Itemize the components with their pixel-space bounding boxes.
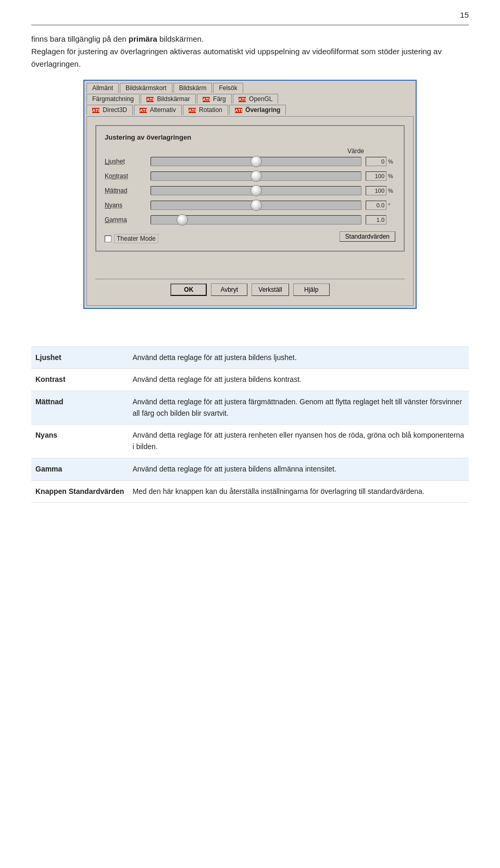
slider-track-nyans[interactable] — [151, 201, 361, 210]
info-table: Fliken ATI Överlagring Ljushet Använd de… — [31, 325, 469, 503]
ati-icon: ATI — [146, 97, 154, 102]
tab-row-2: Färgmatchning ATI Bildskärmar ATI Färg A… — [86, 94, 414, 104]
slider-label-gamma: Gamma — [105, 216, 146, 224]
slider-value-kontrast: 100 — [366, 171, 386, 181]
intro-line1-start: finns bara tillgänglig på den — [31, 34, 129, 43]
slider-label-ljushet: Ljushet — [105, 158, 146, 165]
tab-row-3: ATI Direct3D ATI Alternativ ATI Rotation… — [86, 105, 414, 115]
value-header: Värde — [105, 147, 395, 155]
slider-row-gamma: Gamma 1.0 — [105, 215, 395, 225]
table-row: Nyans Använd detta reglage för att juste… — [31, 425, 469, 458]
desc-mättnad: Använd detta reglage för att justera fär… — [128, 391, 469, 425]
tab-direct3d[interactable]: ATI Direct3D — [86, 105, 133, 115]
ati-icon: ATI — [239, 97, 246, 102]
term-mättnad: Mättnad — [31, 391, 128, 425]
page-number: 15 — [31, 10, 469, 19]
group-title: Justering av överlagringen — [105, 133, 395, 141]
desc-nyans: Använd detta reglage för att justera ren… — [128, 425, 469, 458]
slider-value-nyans: 0.0 — [366, 201, 386, 210]
slider-row-ljushet: Ljushet 0 % — [105, 157, 395, 166]
slider-label-nyans: Nyans — [105, 202, 146, 209]
ati-icon: ATI — [92, 108, 99, 113]
slider-thumb-ljushet[interactable] — [251, 156, 262, 167]
tab-row-1: Allmänt Bildskärmskort Bildskärm Felsök — [86, 83, 414, 93]
ati-icon: ATI — [189, 108, 196, 113]
tab-bildskarmskort[interactable]: Bildskärmskort — [120, 83, 172, 93]
slider-row-mättnad: Mättnad 100 % — [105, 186, 395, 195]
desc-standardvarden: Med den här knappen kan du återställa in… — [128, 480, 469, 503]
theater-mode-row: Theater Mode — [105, 234, 158, 243]
intro-line1-end: bildskärmen. — [157, 34, 204, 43]
term-nyans: Nyans — [31, 425, 128, 458]
avbryt-button[interactable]: Avbryt — [211, 283, 247, 296]
slider-track-kontrast[interactable] — [151, 171, 361, 181]
table-header: Fliken ATI Överlagring — [31, 325, 469, 346]
dialog-screenshot: Allmänt Bildskärmskort Bildskärm Felsök … — [83, 80, 417, 309]
ati-icon: ATI — [140, 108, 147, 113]
slider-row-nyans: Nyans 0.0 ° — [105, 201, 395, 210]
dialog-content-area: Justering av överlagringen Värde Ljushet… — [86, 116, 414, 306]
intro-bold-word: primära — [129, 34, 157, 43]
slider-track-mättnad[interactable] — [151, 186, 361, 195]
slider-value-mättnad: 100 — [366, 186, 386, 195]
overlay-adjustment-group: Justering av överlagringen Värde Ljushet… — [95, 125, 405, 252]
term-ljushet: Ljushet — [31, 346, 128, 369]
tab-rotation[interactable]: ATI Rotation — [183, 105, 228, 115]
table-row: Kontrast Använd detta reglage för att ju… — [31, 369, 469, 391]
slider-track-gamma[interactable] — [151, 215, 361, 225]
hjalp-button[interactable]: Hjälp — [293, 283, 330, 296]
slider-label-kontrast: Kontrast — [105, 172, 146, 180]
table-row: Gamma Använd detta reglage för att juste… — [31, 458, 469, 480]
dialog-button-row: OK Avbryt Verkställ Hjälp — [95, 279, 405, 300]
desc-kontrast: Använd detta reglage för att justera bil… — [128, 369, 469, 391]
tab-bildskarmar[interactable]: ATI Bildskärmar — [141, 94, 196, 104]
term-standardvarden: Knappen Standardvärden — [31, 480, 128, 503]
slider-value-ljushet: 0 — [366, 157, 386, 166]
intro-line2: Reglagen för justering av överlagringen … — [31, 47, 442, 68]
slider-unit-kontrast: % — [388, 173, 395, 179]
page-divider — [31, 24, 469, 26]
spacer — [95, 258, 405, 274]
term-kontrast: Kontrast — [31, 369, 128, 391]
table-row: Mättnad Använd detta reglage för att jus… — [31, 391, 469, 425]
tab-alternativ[interactable]: ATI Alternativ — [134, 105, 182, 115]
table-header-row: Fliken ATI Överlagring — [31, 325, 469, 346]
slider-thumb-mättnad[interactable] — [251, 185, 262, 196]
tab-farg[interactable]: ATI Färg — [197, 94, 232, 104]
tab-allmaent[interactable]: Allmänt — [86, 83, 119, 93]
tab-bildskaerm[interactable]: Bildskärm — [173, 83, 213, 93]
desc-gamma: Använd detta reglage för att justera bil… — [128, 458, 469, 480]
theater-mode-checkbox[interactable] — [105, 235, 111, 242]
desc-ljushet: Använd detta reglage för att justera bil… — [128, 346, 469, 369]
slider-label-mättnad: Mättnad — [105, 187, 146, 194]
slider-unit-mättnad: % — [388, 188, 395, 194]
slider-thumb-gamma[interactable] — [177, 214, 188, 226]
tab-opengl[interactable]: ATI OpenGL — [233, 94, 279, 104]
slider-track-ljushet[interactable] — [151, 157, 361, 166]
tab-overlagring[interactable]: ATI Överlagring — [229, 105, 286, 115]
intro-paragraph: finns bara tillgänglig på den primära bi… — [31, 33, 469, 70]
slider-value-gamma: 1.0 — [366, 215, 386, 225]
table-row: Knappen Standardvärden Med den här knapp… — [31, 480, 469, 503]
theater-mode-label: Theater Mode — [114, 234, 158, 243]
tab-felsok[interactable]: Felsök — [213, 83, 243, 93]
ati-icon: ATI — [235, 108, 242, 113]
table-row: Ljushet Använd detta reglage för att jus… — [31, 346, 469, 369]
slider-thumb-nyans[interactable] — [251, 200, 262, 211]
tab-fargmatchning[interactable]: Färgmatchning — [86, 94, 140, 104]
ok-button[interactable]: OK — [170, 283, 207, 296]
standard-values-button[interactable]: Standardvärden — [340, 231, 395, 242]
slider-unit-ljushet: % — [388, 158, 395, 165]
slider-thumb-kontrast[interactable] — [251, 170, 262, 182]
verkstall-button[interactable]: Verkställ — [252, 283, 289, 296]
term-gamma: Gamma — [31, 458, 128, 480]
slider-unit-nyans: ° — [388, 202, 395, 208]
slider-row-kontrast: Kontrast 100 % — [105, 171, 395, 181]
ati-icon: ATI — [203, 97, 210, 102]
